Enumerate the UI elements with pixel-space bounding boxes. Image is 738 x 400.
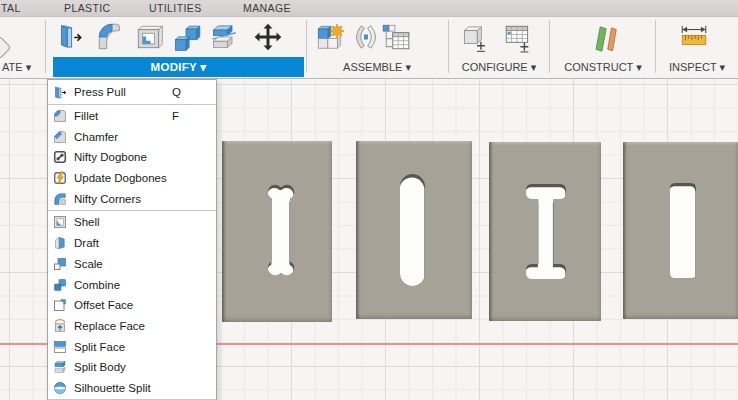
toolbar-group-separator: [549, 20, 550, 73]
menu-item-shortcut: F: [172, 110, 179, 122]
menu-item-label: Nifty Dogbone: [74, 151, 147, 163]
bom-table-icon[interactable]: [380, 21, 412, 53]
toolbar-group-separator: [655, 20, 656, 73]
joint-icon[interactable]: [350, 21, 382, 53]
plain-slot: [397, 171, 428, 289]
menu-item-draft[interactable]: Draft: [48, 233, 216, 254]
split-body-icon[interactable]: [207, 21, 239, 53]
nifty-dogbone-icon: [52, 149, 68, 165]
combine-icon: [52, 277, 68, 293]
dogbone-slot-circular: [262, 179, 300, 283]
silhouette-split-icon: [52, 380, 68, 396]
press-pull-icon: [52, 84, 68, 100]
shell-icon[interactable]: [133, 21, 165, 53]
menu-item-label: Fillet: [74, 110, 98, 122]
menu-item-split-body[interactable]: Split Body: [48, 357, 216, 378]
toolbar-group-separator: [448, 20, 449, 73]
toolbar-group-separator: [306, 20, 307, 73]
nifty-corners-icon: [52, 191, 68, 207]
modify-dropdown-menu: Press PullQFilletFChamferNifty DogboneUp…: [47, 79, 217, 400]
draft-icon: [52, 235, 68, 251]
construction-planes-icon[interactable]: [588, 21, 620, 53]
fillet-icon: [52, 108, 68, 124]
menu-item-label: Split Face: [74, 341, 125, 353]
tab-manage[interactable]: MANAGE: [243, 2, 291, 14]
menu-item-scale[interactable]: Scale: [48, 254, 216, 275]
body-panel-1[interactable]: [222, 141, 332, 322]
toolbar-group-separator: [45, 20, 46, 73]
press-pull-icon[interactable]: [54, 21, 86, 53]
construct-dropdown[interactable]: CONSTRUCT ▾: [551, 61, 655, 74]
assemble-dropdown[interactable]: ASSEMBLE ▾: [308, 61, 446, 74]
menu-item-label: Silhouette Split: [74, 382, 151, 394]
main-toolbar: ATE ▾ MODIFY ▾ ASSEMBLE ▾CONFIGURE ▾CONS…: [0, 17, 738, 79]
split-body-icon: [52, 359, 68, 375]
menu-item-label: Shell: [74, 216, 100, 228]
fillet-icon[interactable]: [95, 21, 127, 53]
update-dogbones-icon: [52, 170, 68, 186]
menu-item-chamfer[interactable]: Chamfer: [48, 126, 216, 147]
move-icon[interactable]: [252, 21, 284, 53]
menu-separator: [48, 210, 216, 211]
combine-icon[interactable]: [170, 21, 202, 53]
menu-item-label: Update Dogbones: [74, 172, 167, 184]
inspect-dropdown[interactable]: INSPECT ▾: [657, 61, 737, 74]
menu-item-split-face[interactable]: Split Face: [48, 336, 216, 357]
scale-icon: [52, 256, 68, 272]
split-face-icon: [52, 339, 68, 355]
tab-utilities[interactable]: UTILITIES: [149, 2, 202, 14]
menu-item-label: Replace Face: [74, 320, 145, 332]
chamfer-icon: [52, 129, 68, 145]
replace-face-icon: [52, 318, 68, 334]
menu-separator: [48, 104, 216, 105]
menu-item-shell[interactable]: Shell: [48, 212, 216, 233]
body-panel-3[interactable]: [489, 142, 601, 321]
menu-item-press-pull[interactable]: Press PullQ: [48, 82, 216, 103]
mini-dogbone-slot: [666, 180, 700, 281]
menu-item-label: Scale: [74, 258, 103, 270]
menu-item-offset-face[interactable]: Offset Face: [48, 295, 216, 316]
configuration-cube-icon[interactable]: [458, 21, 490, 53]
menu-item-update-dogbones[interactable]: Update Dogbones: [48, 168, 216, 189]
measure-icon[interactable]: [678, 21, 710, 53]
tbone-slot: [523, 182, 569, 281]
body-panel-2[interactable]: [356, 141, 472, 319]
menu-item-replace-face[interactable]: Replace Face: [48, 316, 216, 337]
menu-item-nifty-dogbone[interactable]: Nifty Dogbone: [48, 147, 216, 168]
menu-item-shortcut: Q: [172, 86, 181, 98]
offset-face-icon: [52, 297, 68, 313]
menu-item-label: Chamfer: [74, 131, 118, 143]
configuration-table-icon[interactable]: [502, 21, 534, 53]
menu-item-fillet[interactable]: FilletF: [48, 106, 216, 127]
menu-item-label: Offset Face: [74, 299, 133, 311]
toolbar-tab-bar: TALPLASTICUTILITIESMANAGE: [0, 0, 738, 17]
menu-item-combine[interactable]: Combine: [48, 274, 216, 295]
menu-item-label: Combine: [74, 279, 120, 291]
menu-item-label: Split Body: [74, 361, 126, 373]
configure-dropdown[interactable]: CONFIGURE ▾: [450, 61, 548, 74]
new-component-icon[interactable]: [314, 21, 346, 53]
create-group-partial-icon: [0, 35, 12, 59]
menu-item-nifty-corners[interactable]: Nifty Corners: [48, 188, 216, 209]
viewport-canvas: Press PullQFilletFChamferNifty DogboneUp…: [0, 78, 738, 400]
menu-item-label: Nifty Corners: [74, 193, 141, 205]
tab-plastic[interactable]: PLASTIC: [64, 2, 111, 14]
tab-tal[interactable]: TAL: [1, 2, 21, 14]
body-panel-4[interactable]: [623, 142, 738, 319]
shell-icon: [52, 214, 68, 230]
modify-dropdown[interactable]: MODIFY ▾: [53, 57, 304, 77]
menu-item-silhouette-split[interactable]: Silhouette Split: [48, 378, 216, 399]
create-dropdown-partial[interactable]: ATE ▾: [2, 61, 31, 74]
menu-item-label: Press Pull: [74, 86, 126, 98]
menu-item-label: Draft: [74, 237, 99, 249]
